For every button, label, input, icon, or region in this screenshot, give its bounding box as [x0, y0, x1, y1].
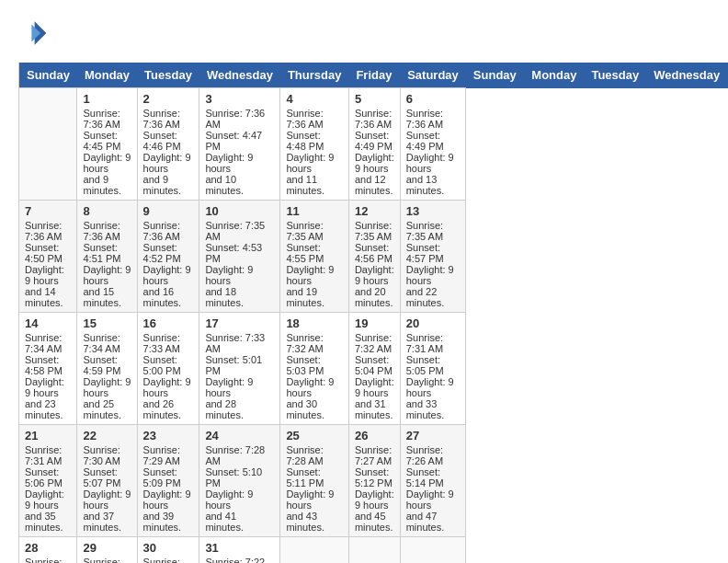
day-info: Daylight: 9 hours: [205, 264, 274, 286]
day-info: Daylight: 9 hours: [143, 152, 194, 174]
day-info: and 23 minutes.: [25, 398, 71, 420]
day-number: 29: [83, 541, 131, 555]
day-info: Sunrise: 7:23 AM: [143, 557, 194, 563]
day-info: Daylight: 9 hours: [205, 376, 274, 398]
day-info: Daylight: 9 hours: [355, 264, 394, 286]
column-header-monday: Monday: [77, 63, 137, 88]
day-info: Sunrise: 7:33 AM: [205, 332, 274, 354]
day-info: Daylight: 9 hours: [406, 376, 461, 398]
day-info: and 15 minutes.: [83, 286, 131, 308]
day-number: 14: [25, 316, 71, 330]
day-info: and 39 minutes.: [143, 511, 194, 533]
calendar-cell: 22Sunrise: 7:30 AMSunset: 5:07 PMDayligh…: [77, 425, 137, 537]
calendar-cell: 14Sunrise: 7:34 AMSunset: 4:58 PMDayligh…: [19, 313, 77, 425]
day-number: 21: [25, 429, 71, 442]
day-info: Sunset: 4:57 PM: [406, 242, 461, 264]
calendar-cell: 11Sunrise: 7:35 AMSunset: 4:55 PMDayligh…: [280, 201, 349, 313]
day-number: 13: [406, 204, 461, 218]
day-number: 15: [83, 316, 131, 330]
calendar-cell: 10Sunrise: 7:35 AMSunset: 4:53 PMDayligh…: [199, 201, 280, 313]
day-info: and 41 minutes.: [205, 511, 274, 533]
day-number: 7: [25, 204, 71, 218]
day-info: Sunrise: 7:28 AM: [205, 444, 274, 466]
day-info: and 35 minutes.: [25, 511, 71, 533]
day-number: 25: [286, 429, 343, 442]
day-info: Sunset: 5:05 PM: [406, 354, 461, 376]
day-info: and 19 minutes.: [286, 286, 343, 308]
day-info: Sunrise: 7:36 AM: [83, 220, 131, 242]
calendar-cell: 30Sunrise: 7:23 AMSunset: 5:18 PMDayligh…: [137, 537, 199, 564]
day-info: Sunset: 5:00 PM: [143, 354, 194, 376]
day-number: 1: [83, 92, 131, 106]
day-info: Sunrise: 7:26 AM: [406, 444, 461, 466]
day-info: Sunset: 5:09 PM: [143, 466, 194, 488]
calendar-cell: 2Sunrise: 7:36 AMSunset: 4:46 PMDaylight…: [137, 88, 199, 201]
day-info: Sunset: 5:04 PM: [355, 354, 394, 376]
day-info: and 30 minutes.: [286, 398, 343, 420]
day-info: Daylight: 9 hours: [83, 152, 131, 174]
calendar-cell: 12Sunrise: 7:35 AMSunset: 4:56 PMDayligh…: [348, 201, 400, 313]
calendar-cell: [348, 537, 400, 564]
day-info: and 20 minutes.: [355, 286, 394, 308]
day-number: 5: [355, 92, 394, 106]
day-info: Sunset: 5:07 PM: [83, 466, 131, 488]
calendar-week-row: 1Sunrise: 7:36 AMSunset: 4:45 PMDaylight…: [19, 88, 729, 201]
day-info: and 25 minutes.: [83, 398, 131, 420]
calendar-cell: 24Sunrise: 7:28 AMSunset: 5:10 PMDayligh…: [199, 425, 280, 537]
day-number: 11: [286, 204, 343, 218]
day-info: Sunset: 5:10 PM: [205, 466, 274, 488]
day-info: Sunset: 4:49 PM: [406, 130, 461, 152]
day-info: Sunrise: 7:36 AM: [83, 108, 131, 130]
day-info: Sunrise: 7:35 AM: [355, 220, 394, 242]
day-number: 28: [25, 541, 71, 555]
column-header-sunday: Sunday: [466, 63, 524, 88]
day-info: Daylight: 9 hours: [25, 488, 71, 511]
day-info: and 14 minutes.: [25, 286, 71, 308]
logo-icon: [18, 18, 48, 48]
day-info: Daylight: 9 hours: [406, 152, 461, 174]
calendar-week-row: 28Sunrise: 7:25 AMSunset: 5:15 PMDayligh…: [19, 537, 729, 564]
day-info: Daylight: 9 hours: [143, 264, 194, 286]
day-info: Sunset: 5:11 PM: [286, 466, 343, 488]
column-header-saturday: Saturday: [400, 63, 466, 88]
day-info: and 45 minutes.: [355, 511, 394, 533]
day-info: Sunset: 5:14 PM: [406, 466, 461, 488]
day-info: and 18 minutes.: [205, 286, 274, 308]
day-info: Sunset: 4:58 PM: [25, 354, 71, 376]
day-info: and 13 minutes.: [406, 174, 461, 196]
calendar-cell: 25Sunrise: 7:28 AMSunset: 5:11 PMDayligh…: [280, 425, 349, 537]
day-number: 19: [355, 316, 394, 330]
day-info: Sunrise: 7:34 AM: [83, 332, 131, 354]
day-info: Sunrise: 7:36 AM: [25, 220, 71, 242]
day-info: Sunrise: 7:35 AM: [406, 220, 461, 242]
day-info: and 33 minutes.: [406, 398, 461, 420]
day-info: Sunset: 5:06 PM: [25, 466, 71, 488]
column-header-tuesday: Tuesday: [137, 63, 199, 88]
calendar-header-row: SundayMondayTuesdayWednesdayThursdayFrid…: [19, 63, 729, 88]
day-info: Daylight: 9 hours: [286, 152, 343, 174]
day-info: Sunset: 4:53 PM: [205, 242, 274, 264]
day-info: and 12 minutes.: [355, 174, 394, 196]
day-info: Sunrise: 7:31 AM: [406, 332, 461, 354]
day-info: and 43 minutes.: [286, 511, 343, 533]
day-info: Daylight: 9 hours: [406, 264, 461, 286]
calendar-cell: 20Sunrise: 7:31 AMSunset: 5:05 PMDayligh…: [400, 313, 466, 425]
day-info: Sunset: 4:51 PM: [83, 242, 131, 264]
day-info: Sunset: 5:01 PM: [205, 354, 274, 376]
day-info: Sunset: 4:52 PM: [143, 242, 194, 264]
column-header-tuesday: Tuesday: [584, 63, 646, 88]
calendar-cell: 26Sunrise: 7:27 AMSunset: 5:12 PMDayligh…: [348, 425, 400, 537]
calendar-cell: 7Sunrise: 7:36 AMSunset: 4:50 PMDaylight…: [19, 201, 77, 313]
day-info: Sunrise: 7:36 AM: [205, 108, 274, 130]
calendar-cell: 17Sunrise: 7:33 AMSunset: 5:01 PMDayligh…: [199, 313, 280, 425]
day-info: Sunset: 4:55 PM: [286, 242, 343, 264]
day-info: Daylight: 9 hours: [143, 376, 194, 398]
column-header-thursday: Thursday: [280, 63, 349, 88]
calendar-cell: 23Sunrise: 7:29 AMSunset: 5:09 PMDayligh…: [137, 425, 199, 537]
day-info: Daylight: 9 hours: [25, 264, 71, 286]
day-info: Sunrise: 7:27 AM: [355, 444, 394, 466]
day-number: 23: [143, 429, 194, 442]
calendar-week-row: 14Sunrise: 7:34 AMSunset: 4:58 PMDayligh…: [19, 313, 729, 425]
day-info: Sunset: 5:12 PM: [355, 466, 394, 488]
day-info: Sunrise: 7:32 AM: [355, 332, 394, 354]
